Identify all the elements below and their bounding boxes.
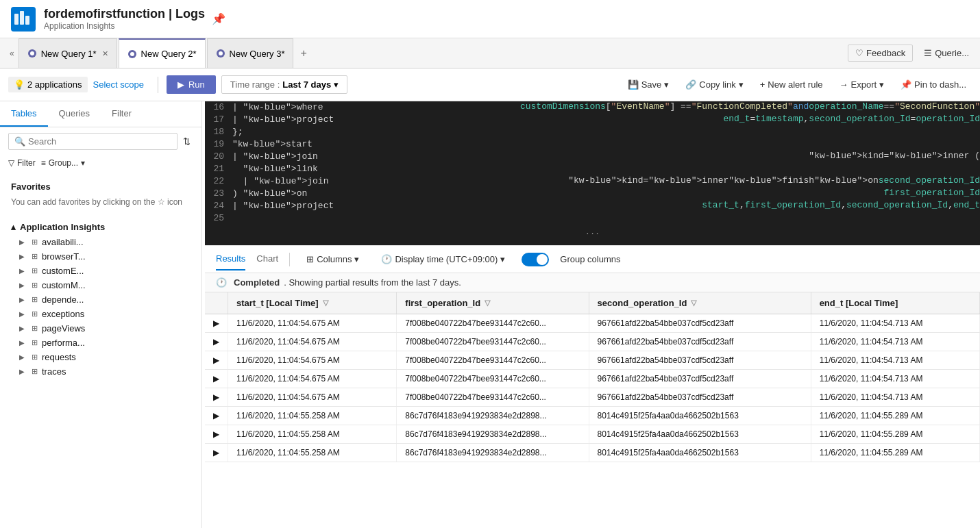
columns-button[interactable]: ⊞ Columns ▾	[301, 251, 365, 267]
tree-expand-icon: ▶	[19, 353, 27, 362]
display-time-button[interactable]: 🕐 Display time (UTC+09:00) ▾	[376, 251, 511, 267]
sidebar-table-item[interactable]: ▶⊞requests	[0, 350, 201, 364]
sidebar-table-item[interactable]: ▶⊞performa...	[0, 336, 201, 350]
app-section-header[interactable]: ▴ Application Insights	[0, 219, 201, 235]
save-label: Save	[641, 79, 662, 90]
group-columns-toggle[interactable]	[522, 253, 549, 266]
collapse-sidebar-button[interactable]: «	[5, 46, 19, 61]
sidebar-table-item[interactable]: ▶⊞availabili...	[0, 235, 201, 249]
run-button[interactable]: ▶ Run	[167, 75, 216, 94]
sort-button[interactable]: ⇅	[180, 134, 193, 149]
row-expand-cell[interactable]: ▶	[205, 444, 228, 462]
filter-button[interactable]: ▽ Filter	[8, 158, 36, 168]
queries-button[interactable]: ☰ Querie...	[918, 45, 975, 61]
pin-to-dash-button[interactable]: 📌 Pin to dash...	[895, 77, 972, 92]
result-tab-results[interactable]: Results	[216, 248, 245, 271]
table-row: ▶ 11/6/2020, 11:04:55.258 AM 86c7d76f418…	[205, 425, 980, 444]
code-editor[interactable]: 16| "kw-blue">where customDimensions["Ev…	[205, 101, 980, 245]
display-time-chevron-icon: ▾	[500, 254, 505, 264]
time-range-prefix: Time range :	[230, 79, 280, 90]
table-row: ▶ 11/6/2020, 11:04:55.258 AM 86c7d76f418…	[205, 444, 980, 462]
sidebar-table-item[interactable]: ▶⊞pageViews	[0, 321, 201, 336]
code-line: 21 "kw-blue">link	[205, 163, 980, 175]
feedback-button[interactable]: ♡ Feedback	[848, 45, 913, 62]
row-first-op: 86c7d76f4183e9419293834e2d2898...	[397, 407, 589, 425]
line-number: 19	[205, 138, 232, 151]
sidebar-table-item[interactable]: ▶⊞customE...	[0, 264, 201, 278]
app-title: fordemofirstfunction | Logs	[44, 7, 205, 21]
row-expand-cell[interactable]: ▶	[205, 407, 228, 425]
sidebar-table-item[interactable]: ▶⊞depende...	[0, 292, 201, 307]
search-input[interactable]	[28, 136, 171, 147]
sidebar-table-item[interactable]: ▶⊞customM...	[0, 278, 201, 292]
table-row: ▶ 11/6/2020, 11:04:54.675 AM 7f008be0407…	[205, 370, 980, 388]
line-content: | "kw-blue">join	[232, 175, 568, 188]
filter-label: Filter	[17, 158, 36, 168]
tree-expand-icon: ▶	[19, 267, 27, 275]
row-expand-icon[interactable]: ▶	[213, 392, 219, 402]
line-content: ) "kw-blue">on	[232, 188, 884, 200]
row-expand-icon[interactable]: ▶	[213, 374, 219, 384]
line-content: "kw-blue">start	[232, 138, 980, 151]
sidebar-tab-queries[interactable]: Queries	[48, 101, 101, 127]
th-start-t: start_t [Local Time] ▽	[228, 292, 397, 314]
new-alert-button[interactable]: + New alert rule	[755, 77, 829, 92]
row-expand-icon[interactable]: ▶	[213, 318, 219, 328]
row-expand-icon[interactable]: ▶	[213, 429, 219, 439]
export-chevron-icon: ▾	[879, 79, 884, 90]
pin-icon[interactable]: 📌	[212, 12, 225, 25]
copy-link-label: Copy link	[699, 79, 735, 90]
row-expand-icon[interactable]: ▶	[213, 411, 219, 420]
copy-link-button[interactable]: 🔗 Copy link ▾	[680, 77, 748, 92]
row-expand-cell[interactable]: ▶	[205, 333, 228, 351]
row-expand-icon[interactable]: ▶	[213, 337, 219, 347]
sidebar-table-item[interactable]: ▶⊞traces	[0, 364, 201, 379]
tab-new-query-2[interactable]: New Query 2*	[119, 38, 206, 68]
tab-new-query-3[interactable]: New Query 3*	[207, 38, 294, 68]
new-alert-label: New alert rule	[768, 79, 822, 90]
table-row: ▶ 11/6/2020, 11:04:54.675 AM 7f008be0407…	[205, 388, 980, 407]
favorites-section: Favorites You can add favorites by click…	[0, 176, 201, 214]
group-button[interactable]: ≡ Group... ▾	[41, 158, 85, 168]
result-tab-chart[interactable]: Chart	[256, 248, 278, 271]
row-expand-cell[interactable]: ▶	[205, 314, 228, 333]
row-expand-cell[interactable]: ▶	[205, 370, 228, 388]
row-expand-icon[interactable]: ▶	[213, 448, 219, 457]
tree-expand-icon: ▶	[19, 310, 27, 318]
select-scope-button[interactable]: Select scope	[93, 79, 144, 90]
sidebar-tab-tables[interactable]: Tables	[0, 101, 48, 127]
table-name: customE...	[42, 266, 84, 276]
clock-status-icon: 🕐	[216, 277, 227, 288]
code-line: 23) "kw-blue">on first_operation_Id	[205, 188, 980, 200]
row-start-t: 11/6/2020, 11:04:54.675 AM	[228, 333, 397, 351]
row-expand-cell[interactable]: ▶	[205, 388, 228, 407]
sidebar-tab-filter[interactable]: Filter	[101, 101, 143, 127]
first-op-filter-icon[interactable]: ▽	[485, 299, 490, 307]
row-expand-icon[interactable]: ▶	[213, 355, 219, 365]
sidebar-table-item[interactable]: ▶⊞exceptions	[0, 307, 201, 321]
app-section-collapse-icon: ▴	[11, 222, 16, 232]
table-icon: ⊞	[32, 310, 38, 318]
tab1-close-button[interactable]: ✕	[102, 49, 108, 58]
sidebar-table-item[interactable]: ▶⊞browserT...	[0, 249, 201, 264]
save-button[interactable]: 💾 Save ▾	[622, 77, 675, 92]
tab-new-query-1[interactable]: New Query 1* ✕	[19, 38, 117, 68]
chart-tab-label: Chart	[256, 253, 278, 264]
start-t-filter-icon[interactable]: ▽	[323, 299, 328, 307]
second-op-filter-icon[interactable]: ▽	[691, 299, 696, 307]
queries-icon: ☰	[924, 48, 932, 58]
group-columns-label: Group columns	[560, 254, 620, 264]
add-tab-button[interactable]: +	[295, 45, 312, 62]
favorites-description: You can add favorites by clicking on the…	[11, 196, 191, 208]
scope-icon: 💡	[14, 79, 25, 90]
row-expand-cell[interactable]: ▶	[205, 351, 228, 370]
scope-area: 💡 2 applications Select scope	[8, 77, 144, 92]
row-end-t: 11/6/2020, 11:04:54.713 AM	[811, 370, 979, 388]
pin-to-dash-label: Pin to dash...	[914, 79, 966, 90]
table-header-row: start_t [Local Time] ▽ first_operation_I…	[205, 292, 980, 314]
time-range-button[interactable]: Time range : Last 7 days ▾	[221, 75, 347, 94]
row-expand-cell[interactable]: ▶	[205, 425, 228, 444]
th-end-t: end_t [Local Time]	[811, 292, 979, 314]
table-name: requests	[42, 352, 76, 362]
export-button[interactable]: → Export ▾	[834, 77, 890, 92]
